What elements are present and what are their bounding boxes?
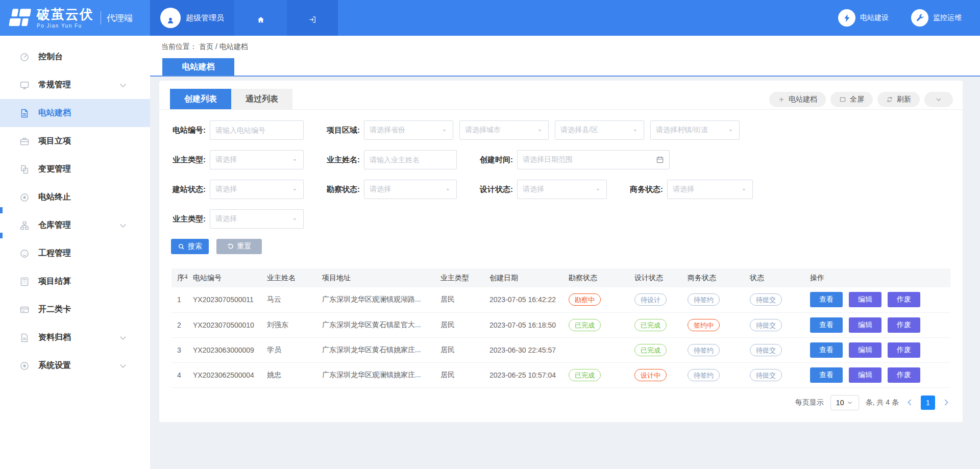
sidebar-item-archive[interactable]: 资料归档 (0, 324, 150, 352)
edit-button[interactable]: 编辑 (849, 367, 881, 383)
view-button[interactable]: 查看 (810, 342, 843, 358)
sidebar-item-label: 工程管理 (38, 248, 137, 259)
search-button-label: 搜索 (188, 242, 202, 251)
filter-select[interactable]: 请选择 (210, 209, 304, 229)
filter-select[interactable]: 请选择村镇/街道 (650, 120, 740, 140)
cell-business: 待签约 (682, 337, 744, 362)
caret-icon (441, 127, 448, 134)
filter-select[interactable]: 请选择城市 (459, 120, 549, 140)
station-table: 序号电站编号业主姓名项目地址业主类型创建日期勘察状态设计状态商务状态状态操作 1… (172, 268, 950, 388)
view-button[interactable]: 查看 (810, 317, 843, 333)
cell-owner: 刘强东 (261, 312, 316, 337)
edit-button[interactable]: 编辑 (849, 342, 881, 358)
cell-survey: 勘察中 (563, 287, 629, 312)
sidebar-item-monitor[interactable]: 常规管理 (0, 71, 150, 99)
status-pill: 待提交 (750, 344, 782, 356)
column-header: 设计状态 (629, 268, 682, 287)
tab-create-list[interactable]: 创建列表 (170, 89, 231, 109)
monitor-ops-nav[interactable]: 监控运维 (911, 9, 962, 27)
sidebar-item-dashboard[interactable]: 控制台 (0, 43, 150, 71)
toolbar-button-label: 刷新 (897, 95, 911, 104)
caret-icon (291, 157, 298, 163)
sidebar-item-label: 变更管理 (38, 164, 137, 175)
void-button[interactable]: 作废 (888, 292, 920, 307)
filter-select[interactable]: 请选择 (210, 150, 304, 169)
caret-icon (632, 127, 639, 134)
content-header: 当前位置： 首页 / 电站建档 电站建档 (150, 36, 980, 77)
sidebar-item-gauge[interactable]: 工程管理 (0, 239, 150, 267)
collapse-button[interactable] (924, 92, 953, 107)
edit-button[interactable]: 编辑 (849, 317, 881, 333)
prev-page-button[interactable] (905, 398, 914, 407)
select-placeholder: 请选择 (370, 185, 445, 194)
date-range-input[interactable]: 请选择日期范围 (517, 150, 670, 169)
filter-controls (210, 120, 304, 140)
target-icon (19, 192, 30, 203)
filter-controls (364, 150, 457, 169)
sidebar-item-document[interactable]: 电站建档 (0, 99, 150, 127)
filter-controls: 请选择 (667, 180, 753, 199)
column-header: 操作 (804, 268, 950, 287)
filter-field: 设计状态:请选择 (478, 180, 607, 199)
user-menu[interactable]: 超级管理员 (150, 0, 234, 36)
cell-owner_type: 居民 (435, 362, 484, 387)
edit-button[interactable]: 编辑 (849, 292, 881, 307)
sidebar-item-label: 仓库管理 (38, 220, 118, 231)
filter-select[interactable]: 请选择 (517, 180, 607, 199)
search-button[interactable]: 搜索 (171, 239, 209, 254)
filter-field: 商务状态:请选择 (628, 180, 753, 199)
sidebar-item-target[interactable]: 电站终止 (0, 183, 150, 211)
topnav-label: 监控运维 (933, 13, 962, 22)
filter-input[interactable] (215, 126, 298, 134)
page-size-select[interactable]: 10 (830, 395, 859, 410)
sidebar-item-sitemap[interactable]: 仓库管理 (0, 211, 150, 239)
cell-index: 1 (172, 287, 187, 312)
filter-select[interactable]: 请选择县/区 (555, 120, 644, 140)
filter-field: 创建时间:请选择日期范围 (478, 150, 670, 169)
filter-select[interactable]: 请选择 (364, 180, 457, 199)
sidebar-item-card[interactable]: 开二类卡 (0, 295, 150, 324)
text-input (364, 150, 457, 169)
reset-button[interactable]: 重置 (216, 239, 262, 254)
station-build-nav[interactable]: 电站建设 (838, 9, 889, 27)
filter-input[interactable] (370, 156, 451, 164)
filter-field: 业主类型:请选择 (171, 209, 304, 229)
sidebar-item-briefcase[interactable]: 项目立项 (0, 127, 150, 155)
status-pill: 待提交 (750, 319, 782, 331)
view-button[interactable]: 查看 (810, 367, 843, 383)
sidebar-item-copy[interactable]: 变更管理 (0, 155, 150, 183)
filter-controls: 请选择省份请选择城市请选择县/区请选择村镇/街道 (364, 120, 740, 140)
void-button[interactable]: 作废 (888, 342, 920, 358)
filter-select[interactable]: 请选择 (667, 180, 753, 199)
filter-select[interactable]: 请选择 (210, 180, 304, 199)
sidebar-item-settings[interactable]: 系统设置 (0, 352, 150, 380)
filter-field: 电站编号: (171, 120, 304, 140)
page-tab[interactable]: 电站建档 (162, 58, 234, 76)
filter-select[interactable]: 请选择省份 (364, 120, 453, 140)
void-button[interactable]: 作废 (888, 317, 920, 333)
copy-icon (19, 164, 30, 175)
chevron-down-icon (847, 400, 853, 406)
void-button[interactable]: 作废 (888, 367, 920, 383)
create-station-button[interactable]: 电站建档 (769, 92, 826, 107)
view-button[interactable]: 查看 (810, 292, 843, 307)
home-button[interactable] (234, 0, 287, 36)
column-header: 创建日期 (484, 268, 563, 287)
panel-top: 创建列表通过列表 电站建档全屏刷新 (159, 81, 963, 110)
current-page[interactable]: 1 (921, 396, 935, 410)
refresh-button[interactable]: 刷新 (877, 92, 920, 107)
sidebar-item-calculator[interactable]: 项目结算 (0, 267, 150, 295)
breadcrumb-path[interactable]: 首页 / 电站建档 (199, 42, 248, 52)
filter-label: 业主姓名: (325, 155, 360, 165)
user-name: 超级管理员 (186, 13, 224, 23)
select-placeholder: 请选择县/区 (560, 126, 632, 135)
logout-button[interactable] (287, 0, 338, 36)
filter-label: 创建时间: (478, 155, 513, 165)
cell-business: 待签约 (682, 287, 744, 312)
fullscreen-button[interactable]: 全屏 (830, 92, 873, 107)
breadcrumb: 当前位置： 首页 / 电站建档 (161, 42, 980, 52)
sidebar-item-label: 电站终止 (38, 192, 137, 203)
tab-pass-list[interactable]: 通过列表 (231, 89, 292, 109)
sidebar-item-label: 项目结算 (38, 276, 137, 287)
next-page-button[interactable] (942, 398, 950, 407)
